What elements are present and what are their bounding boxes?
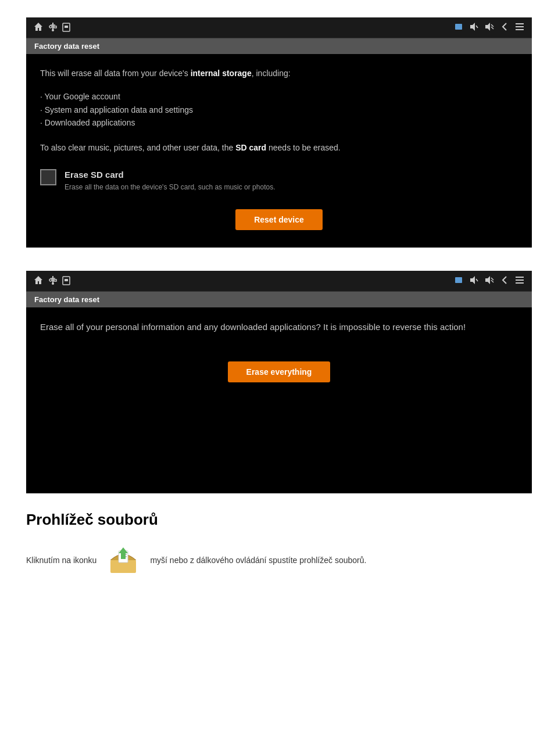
menu-icon-2[interactable] — [514, 275, 525, 288]
bottom-section: Prohlížeč souborů Kliknutím na ikonku my… — [0, 493, 558, 589]
volume-up-icon — [484, 22, 495, 34]
back-icon[interactable] — [499, 22, 510, 34]
svg-point-20 — [49, 279, 52, 281]
svg-marker-0 — [34, 23, 42, 31]
svg-marker-9 — [470, 23, 475, 31]
intro-after: , including: — [252, 69, 291, 78]
bottom-text-row: Kliknutím na ikonku myší nebo z dálkovéh… — [26, 543, 532, 578]
volume-down-icon-2 — [469, 275, 480, 288]
status-bar-left-2 — [33, 275, 70, 288]
svg-marker-11 — [485, 23, 490, 31]
erase-everything-button[interactable]: Erase everything — [228, 361, 331, 382]
svg-point-3 — [49, 26, 52, 28]
usb-icon-2 — [48, 275, 58, 288]
svg-line-12 — [491, 24, 493, 27]
screen1-panel: Factory data reset This will erase all d… — [26, 17, 532, 248]
svg-marker-28 — [485, 276, 490, 284]
svg-marker-17 — [34, 276, 42, 284]
bullet-list: Your Google account System and applicati… — [40, 90, 518, 129]
svg-rect-16 — [516, 29, 524, 30]
volume-down-icon — [469, 22, 480, 34]
svg-rect-14 — [516, 23, 524, 24]
svg-marker-26 — [470, 276, 475, 284]
wifi-icon — [453, 22, 464, 34]
erase-sd-row[interactable]: Erase SD card Erase all the data on the … — [40, 168, 518, 193]
svg-rect-33 — [516, 282, 524, 284]
screen1-content: This will erase all data from your devic… — [26, 54, 532, 248]
intro-before: This will erase all data from your devic… — [40, 69, 191, 78]
erase-btn-row: Erase everything — [40, 361, 518, 382]
bullet-item-3: Downloaded applications — [40, 116, 518, 129]
svg-line-27 — [476, 279, 478, 281]
svg-line-10 — [476, 26, 478, 28]
intro-text: This will erase all data from your devic… — [40, 67, 518, 80]
screen2-panel: Factory data reset Erase all of your per… — [26, 271, 532, 493]
wifi-icon-2 — [453, 275, 464, 288]
bullet-item-2: System and application data and settings — [40, 103, 518, 116]
sd-note-before: To also clear music, pictures, and other… — [40, 143, 235, 152]
erase-sd-checkbox[interactable] — [40, 169, 56, 185]
status-bar-right-1 — [453, 22, 525, 34]
sd-note-bold: SD card — [235, 143, 266, 152]
usb-icon — [48, 22, 58, 34]
bullet-item-1: Your Google account — [40, 90, 518, 103]
svg-rect-8 — [455, 24, 462, 30]
warning-text: Erase all of your personal information a… — [40, 320, 518, 341]
svg-point-5 — [52, 29, 54, 31]
svg-line-30 — [491, 280, 493, 282]
back-icon-2[interactable] — [499, 275, 510, 288]
erase-sd-title: Erase SD card — [65, 168, 275, 182]
reset-btn-row: Reset device — [40, 209, 518, 230]
svg-line-13 — [491, 27, 493, 29]
home-icon-2 — [33, 275, 44, 288]
intro-bold: internal storage — [191, 69, 252, 78]
sd-note: To also clear music, pictures, and other… — [40, 141, 518, 154]
screen2-content: Erase all of your personal information a… — [26, 307, 532, 493]
svg-rect-21 — [54, 280, 56, 281]
screen1-title: Factory data reset — [34, 42, 99, 51]
svg-rect-25 — [455, 277, 462, 283]
home-icon — [33, 22, 44, 34]
svg-rect-32 — [516, 280, 524, 281]
sim-icon — [62, 22, 70, 34]
svg-rect-4 — [54, 26, 56, 28]
screen1-title-bar: Factory data reset — [26, 38, 532, 54]
status-bar-2 — [26, 271, 532, 292]
screen2-title-bar: Factory data reset — [26, 292, 532, 307]
bottom-heading: Prohlížeč souborů — [26, 511, 532, 529]
erase-sd-label-group: Erase SD card Erase all the data on the … — [65, 168, 275, 193]
bottom-icon-label-before: Kliknutím na ikonku — [26, 556, 96, 565]
svg-line-29 — [491, 278, 493, 280]
status-bar-right-2 — [453, 275, 525, 288]
erase-sd-desc: Erase all the data on the device's SD ca… — [65, 182, 275, 193]
menu-icon[interactable] — [514, 22, 525, 34]
volume-up-icon-2 — [484, 275, 495, 288]
screen2-title: Factory data reset — [34, 295, 99, 304]
reset-device-button[interactable]: Reset device — [235, 209, 323, 230]
status-bar-1 — [26, 17, 532, 38]
svg-rect-24 — [65, 279, 68, 281]
svg-rect-7 — [65, 26, 68, 28]
svg-rect-15 — [516, 26, 524, 27]
svg-point-22 — [52, 282, 54, 285]
sd-note-after: needs to be erased. — [266, 143, 341, 152]
status-bar-left-1 — [33, 22, 70, 34]
svg-rect-31 — [516, 277, 524, 278]
file-browser-icon — [106, 543, 141, 578]
bottom-description: myší nebo z dálkového ovládání spustíte … — [150, 556, 366, 565]
sim-icon-2 — [62, 275, 70, 288]
